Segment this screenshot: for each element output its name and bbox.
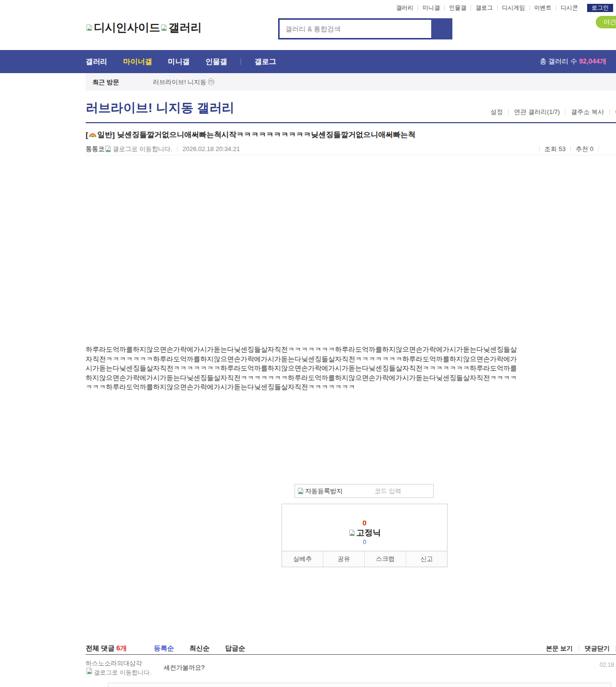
rainbow-icon — [89, 132, 97, 138]
comment-time: 02.18 — [600, 662, 614, 668]
search-field — [278, 18, 431, 39]
gallery-settings-link[interactable]: 설정 — [485, 108, 508, 116]
comments-header-right: 본문 보기 댓글닫기 — [540, 644, 616, 653]
fixed-nick-label: 고정닉 — [357, 527, 381, 538]
nav-item-minigall[interactable]: 미니갤 — [168, 57, 190, 66]
top-link-persongall[interactable]: 인물갤 — [445, 4, 471, 12]
broken-image-icon — [86, 667, 93, 674]
top-link-dcgame[interactable]: 디시게임 — [498, 4, 529, 12]
vote-counts: 0 고정닉 0 — [282, 504, 447, 551]
broken-image-icon — [86, 24, 93, 31]
comments-total-label: 전체 댓글 — [86, 644, 115, 652]
comments-header: 전체 댓글 6개 등록순 최신순 답글순 본문 보기 댓글닫기 — [86, 643, 616, 654]
site-logo[interactable]: 디시인사이드 갤러리 — [86, 20, 202, 35]
divider — [539, 146, 539, 152]
search-button[interactable] — [431, 18, 452, 39]
nav-item-persongall[interactable]: 인물갤 — [205, 57, 227, 66]
comments-count: 6개 — [116, 644, 127, 652]
comment-item: 하스노소라의대삼각 갤로그로 이동합니다. 세컨가볼까요? 02.18 — [86, 660, 616, 676]
captcha-label-text: 자동등록방지 — [305, 487, 343, 496]
close-comments-button[interactable]: 댓글닫기 — [579, 644, 616, 653]
nav-item-minorgall[interactable]: 마이너갤 — [123, 57, 152, 66]
total-gallery-count: 총 갤러리 수92,044개 — [539, 57, 606, 66]
utility-nav: 갤러리 미니갤 인물갤 갤로그 디시게임 이벤트 디시콘 로그인 — [392, 4, 613, 12]
main-nav-items: 갤러리 마이너갤 미니갤 인물갤 갤로그 — [86, 57, 292, 66]
comment-author-name[interactable]: 하스노소라의대삼각 — [86, 660, 142, 667]
broken-image-icon — [104, 145, 112, 153]
top-link-gallery[interactable]: 갤러리 — [392, 4, 418, 12]
comment-sorts: 등록순 최신순 답글순 — [154, 644, 261, 653]
page: 갤러리 미니갤 인물갤 갤로그 디시게임 이벤트 디시콘 로그인 야간 모드 디… — [0, 0, 616, 687]
scrap-button[interactable]: 스크랩 — [364, 551, 406, 567]
share-button[interactable]: 공유 — [323, 551, 364, 567]
title-bracket: ] — [112, 131, 115, 140]
top-link-event[interactable]: 이벤트 — [530, 4, 556, 12]
sort-registered[interactable]: 등록순 — [154, 644, 174, 653]
report-button[interactable]: 신고 — [406, 551, 447, 567]
captcha-box: 자동등록방지 — [295, 484, 434, 498]
vote-widget: 0 고정닉 0 실베추 공유 스크랩 신고 — [282, 504, 448, 567]
total-gallery-number: 92,044개 — [579, 57, 606, 65]
broken-image-icon — [160, 24, 168, 31]
comment-text: 세컨가볼까요? — [164, 660, 205, 676]
comment-gallog-text: 갤로그로 이동합니다. — [94, 669, 151, 676]
guide-link[interactable]: 이용안내 — [610, 108, 616, 116]
logo-text-secondary: 갤러리 — [168, 20, 202, 35]
top-link-dccon[interactable]: 디시콘 — [556, 4, 582, 12]
sort-newest[interactable]: 최신순 — [190, 644, 210, 653]
nav-item-gallery[interactable]: 갤러리 — [86, 57, 107, 66]
post-stats: 조회 53 추천 0 — [534, 145, 603, 153]
broken-image-icon — [297, 487, 305, 495]
comment-reply-box[interactable] — [108, 683, 611, 687]
gallery-menu: 설정 연관 갤러리(1/7) 갤주소 복사 이용안내 — [485, 108, 616, 116]
recent-visit-label: 최근 방문 — [92, 78, 119, 87]
divider — [598, 146, 599, 152]
broken-image-icon — [348, 529, 356, 536]
minor-gallery-badge-icon: ⓜ — [208, 78, 215, 87]
post-author[interactable]: 통통코 — [86, 145, 104, 153]
top-link-minigall[interactable]: 미니갤 — [418, 4, 444, 12]
gallery-title: 러브라이브! 니지동 갤러리 — [86, 100, 234, 116]
total-gallery-label: 총 갤러리 수 — [539, 57, 577, 65]
post-title: [ 일반 ] 닞센징들깔거없으니애써빠는척시작ㅋㅋㅋㅋㅋㅋㅋㅋㅋㅋ닞센징들깔거없… — [86, 130, 415, 140]
recent-visit-bar: 최근 방문 러브라이브! 니지동 ⓜ — [86, 73, 616, 91]
main-nav: 갤러리 마이너갤 미니갤 인물갤 갤로그 총 갤러리 수92,044개 — [0, 50, 616, 73]
top-link-gallog[interactable]: 갤로그 — [471, 4, 497, 12]
search-box — [278, 18, 452, 39]
logo-text-primary: 디시인사이드 — [94, 20, 160, 35]
like-count: 추천 0 — [576, 145, 593, 153]
comment-author: 하스노소라의대삼각 갤로그로 이동합니다. — [86, 660, 164, 676]
night-mode-button[interactable]: 야간 모드 — [596, 16, 616, 28]
divider — [241, 58, 241, 65]
divider — [177, 146, 178, 152]
recent-gallery-link[interactable]: 러브라이브! 니지동 — [153, 78, 206, 87]
copy-url-link[interactable]: 갤주소 복사 — [565, 108, 609, 116]
nav-item-gallog[interactable]: 갤로그 — [255, 57, 276, 66]
post-category: 일반 — [97, 130, 112, 140]
sort-replies[interactable]: 답글순 — [225, 644, 245, 653]
divider — [86, 654, 616, 655]
captcha-label: 자동등록방지 — [295, 487, 343, 496]
divider — [86, 122, 616, 123]
post-title-text: 닞센징들깔거없으니애써빠는척시작ㅋㅋㅋㅋㅋㅋㅋㅋㅋㅋ닞센징들깔거없으니애써빠는척 — [117, 130, 415, 140]
comments-total: 전체 댓글 6개 — [86, 644, 127, 653]
divider — [570, 146, 571, 152]
post-date: 2026.02.18 20:34:21 — [182, 145, 240, 153]
upvote-count[interactable]: 0 — [282, 519, 447, 527]
post-action-bar: 실베추 공유 스크랩 신고 — [282, 551, 447, 567]
post-body: 하루라도억까를하지않으면손가락에가시가돋는다닞센징들살자직전ㅋㅋㅋㅋㅋㅋㅋ하루라… — [86, 345, 522, 392]
view-post-button[interactable]: 본문 보기 — [540, 644, 578, 653]
gallog-text: 갤로그로 이동합니다. — [113, 145, 172, 153]
downvote-count[interactable]: 0 — [282, 539, 447, 546]
login-button[interactable]: 로그인 — [587, 4, 613, 12]
related-gallery-link[interactable]: 연관 갤러리(1/7) — [509, 108, 565, 116]
captcha-input[interactable] — [343, 487, 433, 495]
title-bracket: [ — [86, 131, 88, 140]
silbechu-button[interactable]: 실베추 — [282, 551, 323, 567]
fixed-nick-row: 고정닉 — [282, 527, 447, 538]
post-meta: 통통코 갤로그로 이동합니다. 2026.02.18 20:34:21 조회 5… — [86, 143, 616, 155]
search-input[interactable] — [280, 20, 431, 38]
view-count: 조회 53 — [544, 145, 565, 153]
